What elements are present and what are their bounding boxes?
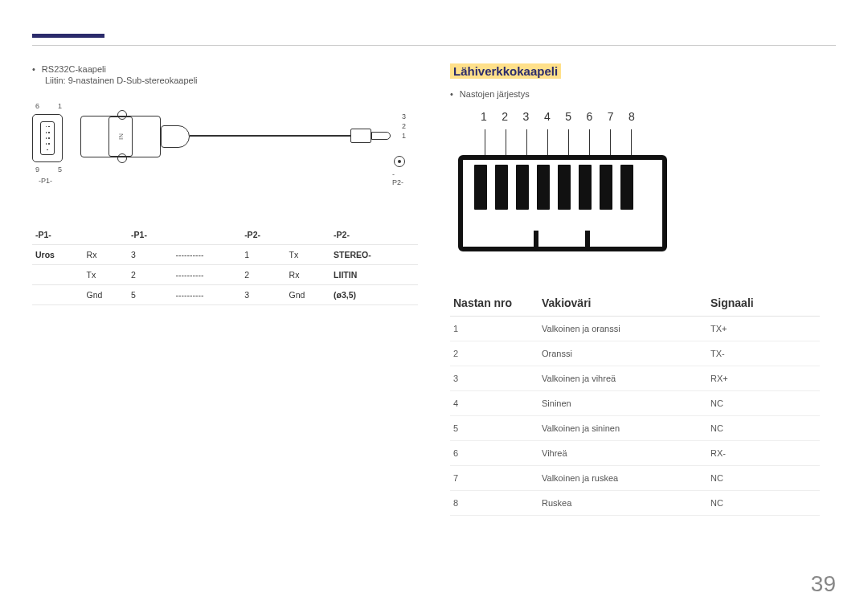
table-cell: 2 [128,265,172,285]
stereo-jack-icon [394,156,405,167]
table-cell: Ruskea [538,491,707,516]
stereo-plug-sleeve [350,129,371,143]
table-cell: (ø3,5) [330,285,418,305]
pin-label-1: 1 [58,102,62,110]
bullet-icon [450,89,453,99]
lan-title-text: Lähiverkkokaapeli [450,63,561,79]
th-color: Vakioväri [538,290,707,317]
table-cell [32,265,84,285]
rj45-pin-number: 2 [502,110,508,123]
table-row: 1Valkoinen ja oranssiTX+ [450,317,820,341]
th-blank3 [286,225,330,245]
table-header-row: -P1- -P1- -P2- -P2- [32,225,418,245]
cable-wire [190,135,350,137]
p2-label: -P2- [392,170,403,186]
rs232c-pin-table: -P1- -P1- -P2- -P2- UrosRx3----------1Tx… [32,225,418,305]
rj45-pin-number: 8 [628,110,635,123]
table-cell: Valkoinen ja ruskea [538,466,707,491]
th-signal: Signaali [707,290,820,317]
table-row: 6VihreäRX- [450,441,820,466]
rj45-connector-body [458,155,667,251]
table-cell: Tx [286,245,330,265]
dsub-plug-body: IN [80,116,161,157]
th-p2a: -P2- [241,225,285,245]
table-cell: 1 [450,317,538,341]
table-cell [32,285,84,305]
table-cell: Sininen [538,391,707,416]
dsub-in-label: IN [108,116,133,157]
bullet-icon [32,64,35,74]
table-cell: Rx [84,245,128,265]
table-row: 8RuskeaNC [450,491,820,516]
table-cell: TX+ [707,317,820,341]
table-row: 2OranssiTX- [450,341,820,366]
cable-strain-relief [161,125,190,148]
table-cell: 4 [450,391,538,416]
table-row: 7Valkoinen ja ruskeaNC [450,466,820,491]
table-cell: Valkoinen ja oranssi [538,317,707,341]
table-cell: RX+ [707,366,820,391]
table-cell: 1 [241,245,285,265]
table-cell: 5 [128,285,172,305]
table-cell: RX- [707,441,820,466]
table-cell: 8 [450,491,538,516]
table-cell: ---------- [173,245,242,265]
rs232c-bullet: RS232C-kaapeli [32,64,418,74]
lan-pinout-table: Nastan nro Vakioväri Signaali 1Valkoinen… [450,290,820,516]
table-cell: 7 [450,466,538,491]
table-cell: 3 [128,245,172,265]
dsub-pin-grid [40,121,55,155]
table-cell: LIITIN [330,265,418,285]
tip-label-2: 2 [402,122,406,130]
table-row: Gnd5----------3Gnd(ø3,5) [32,285,418,305]
page-header-rule [32,45,836,46]
pin-label-9: 9 [35,166,39,174]
tip-label-1: 1 [402,132,406,140]
rj45-contacts [474,165,633,210]
table-cell: 3 [450,366,538,391]
dsub-connector-schematic [32,114,63,162]
table-cell: 3 [241,285,285,305]
rs232c-cable-diagram: 6 1 9 5 -P1- IN -P2- [32,100,402,220]
table-row: 5Valkoinen ja sininenNC [450,416,820,441]
table-cell: Gnd [286,285,330,305]
th-blank2 [173,225,242,245]
tip-label-3: 3 [402,112,406,121]
table-cell: ---------- [173,285,242,305]
table-row: Tx2----------2RxLIITIN [32,265,418,285]
th-p1b: -P1- [128,225,172,245]
table-cell: Oranssi [538,341,707,366]
right-column: Lähiverkkokaapeli Nastojen järjestys 123… [450,64,836,516]
table-cell: ---------- [173,265,242,285]
rs232c-label: RS232C-kaapeli [42,64,106,74]
rj45-pin-number: 4 [544,110,551,123]
th-pin: Nastan nro [450,290,538,317]
rj45-pin-leaders [485,129,632,155]
th-p2b: -P2- [330,225,418,245]
table-cell: Rx [286,265,330,285]
table-cell: 5 [450,416,538,441]
stereo-plug-tip [371,132,391,140]
th-p1a: -P1- [32,225,84,245]
table-cell: NC [707,466,820,491]
rj45-pin-number: 7 [608,110,614,123]
table-cell: Uros [32,245,84,265]
rj45-pin-number: 6 [586,110,592,123]
lan-section-title: Lähiverkkokaapeli [450,64,561,78]
page-number: 39 [811,571,836,597]
rj45-clip [534,231,590,251]
table-cell: Tx [84,265,128,285]
lan-bullet: Nastojen järjestys [450,89,836,99]
table-cell: 2 [241,265,285,285]
th-blank1 [84,225,128,245]
table-cell: Valkoinen ja vihreä [538,366,707,391]
header-line [32,45,836,46]
rj45-pin-numbers: 12345678 [481,110,635,123]
table-cell: NC [707,416,820,441]
table-cell: NC [707,491,820,516]
table-header-row: Nastan nro Vakioväri Signaali [450,290,820,317]
table-row: UrosRx3----------1TxSTEREO- [32,245,418,265]
table-cell: 6 [450,441,538,466]
pin-label-5: 5 [58,166,62,174]
p1-label: -P1- [39,177,52,185]
